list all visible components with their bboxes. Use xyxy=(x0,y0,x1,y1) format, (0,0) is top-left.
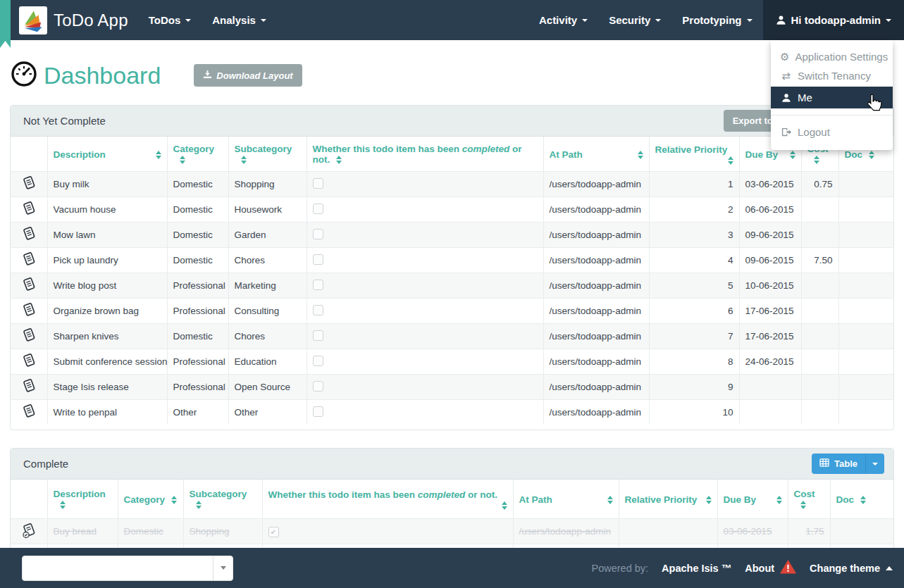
sort-icon[interactable] xyxy=(156,151,161,159)
sort-icon[interactable] xyxy=(814,156,819,164)
table-view-button[interactable]: Table xyxy=(812,453,865,474)
completed-checkbox[interactable] xyxy=(313,381,323,392)
column-header-doc[interactable]: Doc xyxy=(830,480,893,519)
completed-checkbox[interactable] xyxy=(313,178,323,189)
completed-checkbox[interactable] xyxy=(313,406,323,417)
cell-description: Vacuum house xyxy=(47,197,167,223)
todo-item-icon[interactable] xyxy=(11,248,47,273)
table-row[interactable]: Write to penpalOtherOther/users/todoapp-… xyxy=(11,400,893,425)
cell-due-by: 09-06-2015 xyxy=(739,248,801,273)
column-header-subcategory[interactable]: Subcategory xyxy=(183,480,262,519)
about-link[interactable]: About xyxy=(745,560,796,576)
column-header-completed[interactable]: Whether this todo item has been complete… xyxy=(262,480,513,519)
change-theme-link[interactable]: Change theme xyxy=(810,563,893,574)
table-row[interactable]: Stage Isis releaseProfessionalOpen Sourc… xyxy=(11,375,893,400)
column-header-category[interactable]: Category xyxy=(167,137,228,172)
cell-description: Write blog post xyxy=(47,273,167,299)
nav-activity[interactable]: Activity xyxy=(528,0,598,40)
todo-item-icon[interactable] xyxy=(11,349,47,375)
sort-icon[interactable] xyxy=(241,156,247,164)
sort-icon[interactable] xyxy=(171,496,177,504)
menu-item-logout[interactable]: Logout xyxy=(771,123,893,142)
sort-icon[interactable] xyxy=(776,496,782,504)
table-row[interactable]: Pick up laundryDomesticChores/users/todo… xyxy=(11,248,893,273)
column-header-icon xyxy=(11,137,47,172)
sort-icon[interactable] xyxy=(336,156,342,164)
completed-checkbox[interactable] xyxy=(313,204,323,214)
sort-icon[interactable] xyxy=(728,156,733,165)
app-brand[interactable]: ToDo App xyxy=(19,0,128,40)
table-row[interactable]: Vacuum houseDomesticHousework/users/todo… xyxy=(11,197,893,223)
sort-icon[interactable] xyxy=(607,496,613,504)
table-row[interactable]: Buy breadDomesticShopping✔/users/todoapp… xyxy=(11,519,893,544)
column-header-category[interactable]: Category xyxy=(118,480,183,519)
todo-item-icon[interactable] xyxy=(11,375,47,400)
cell-relative-priority xyxy=(619,519,717,544)
column-header-at-path[interactable]: At Path xyxy=(513,480,619,519)
sort-icon[interactable] xyxy=(860,496,866,504)
table-row[interactable]: Mow lawnDomesticGarden/users/todoapp-adm… xyxy=(11,223,893,248)
completed-checkbox[interactable] xyxy=(313,330,323,341)
nav-prototyping[interactable]: Prototyping xyxy=(671,0,762,40)
todo-item-icon[interactable] xyxy=(11,197,47,223)
view-switcher-caret-button[interactable] xyxy=(865,453,884,474)
cell-doc xyxy=(838,349,893,375)
column-header-due-by[interactable]: Due By xyxy=(717,480,788,519)
completed-checkbox[interactable]: ✔ xyxy=(268,527,279,537)
sort-icon[interactable] xyxy=(800,501,806,509)
todo-item-icon[interactable] xyxy=(11,273,47,299)
cell-category: Professional xyxy=(167,299,228,324)
menu-item-switch-tenancy[interactable]: ⇄ Switch Tenancy xyxy=(771,66,893,85)
completed-checkbox[interactable] xyxy=(313,356,323,366)
completed-checkbox[interactable] xyxy=(313,280,323,290)
panel-title: Not Yet Complete xyxy=(23,115,106,127)
footer-combobox[interactable] xyxy=(22,556,233,581)
download-icon xyxy=(203,70,212,81)
cell-description: Submit conference session xyxy=(47,349,167,375)
todo-item-icon[interactable] xyxy=(11,400,47,425)
completed-checkbox[interactable] xyxy=(313,229,323,239)
apache-isis-link[interactable]: Apache Isis ™ xyxy=(662,563,731,574)
sort-icon[interactable] xyxy=(180,156,185,164)
sort-icon[interactable] xyxy=(638,151,643,159)
table-row[interactable]: Sharpen knivesDomesticChores/users/todoa… xyxy=(11,324,893,349)
column-header-relative-priority[interactable]: Relative Priority xyxy=(619,480,717,519)
menu-item-me[interactable]: Me xyxy=(771,87,893,108)
cell-due-by: 09-06-2015 xyxy=(739,223,801,248)
sort-icon[interactable] xyxy=(60,501,66,509)
chevron-up-icon xyxy=(886,566,893,570)
completed-checkbox[interactable] xyxy=(313,305,323,315)
column-header-description[interactable]: Description xyxy=(47,480,118,519)
sort-icon[interactable] xyxy=(706,496,712,504)
table-row[interactable]: Organize brown bagProfessionalConsulting… xyxy=(11,299,893,324)
nav-analysis[interactable]: Analysis xyxy=(202,0,277,40)
todo-item-icon[interactable] xyxy=(11,299,47,324)
column-header-at-path[interactable]: At Path xyxy=(543,137,649,172)
table-row[interactable]: Write blog postProfessionalMarketing/use… xyxy=(11,273,893,299)
combobox-caret-button[interactable] xyxy=(213,556,233,580)
completed-checkbox[interactable] xyxy=(313,254,323,265)
table-row[interactable]: Submit conference sessionProfessionalEdu… xyxy=(11,349,893,375)
todo-item-icon[interactable] xyxy=(11,172,47,197)
column-header-cost[interactable]: Cost xyxy=(788,480,830,519)
nav-user-menu[interactable]: Hi todoapp-admin xyxy=(763,0,904,40)
column-header-subcategory[interactable]: Subcategory xyxy=(228,137,307,172)
nav-security[interactable]: Security xyxy=(598,0,671,40)
download-layout-button[interactable]: Download Layout xyxy=(194,64,302,87)
column-header-description[interactable]: Description xyxy=(47,137,167,172)
table-row[interactable]: Buy milkDomesticShopping/users/todoapp-a… xyxy=(11,172,893,197)
not-yet-complete-table: DescriptionCategorySubcategoryWhether th… xyxy=(11,137,893,425)
todo-item-icon[interactable] xyxy=(11,324,47,349)
sort-icon[interactable] xyxy=(790,151,795,159)
sort-icon[interactable] xyxy=(502,501,507,510)
user-icon xyxy=(780,93,792,103)
menu-item-application-settings[interactable]: ⚙ Application Settings xyxy=(771,47,893,66)
todo-item-icon[interactable] xyxy=(11,223,47,248)
nav-todos[interactable]: ToDos xyxy=(138,0,202,40)
sort-icon[interactable] xyxy=(196,501,202,509)
cell-completed xyxy=(307,349,543,375)
todo-item-done-icon[interactable] xyxy=(11,519,47,544)
sort-icon[interactable] xyxy=(869,151,874,159)
column-header-relative-priority[interactable]: Relative Priority xyxy=(649,137,739,172)
column-header-completed[interactable]: Whether this todo item has been complete… xyxy=(307,137,543,172)
